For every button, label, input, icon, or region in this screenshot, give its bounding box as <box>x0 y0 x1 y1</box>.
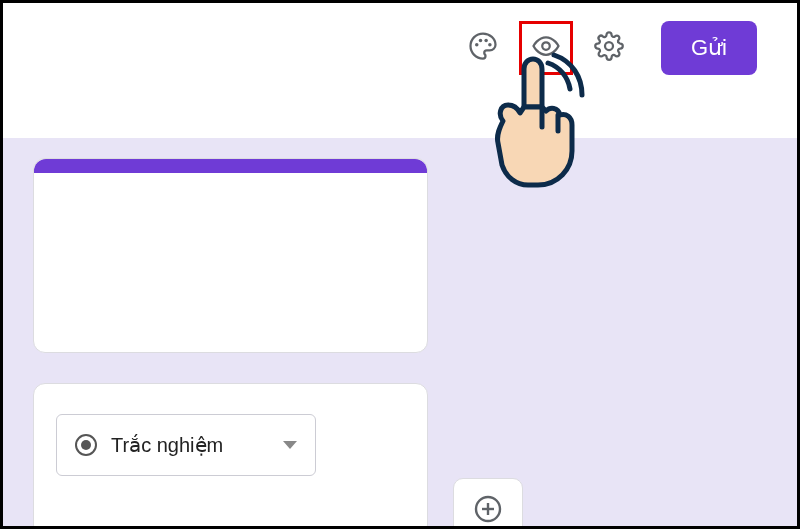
svg-point-2 <box>484 39 488 43</box>
question-type-dropdown[interactable]: Trắc nghiệm <box>56 414 316 476</box>
plus-circle-icon <box>472 493 504 529</box>
svg-point-1 <box>479 39 483 43</box>
side-toolbar <box>453 478 523 529</box>
radio-icon <box>75 434 97 456</box>
question-type-label: Trắc nghiệm <box>111 433 223 457</box>
chevron-down-icon <box>283 441 297 449</box>
title-card-accent <box>34 159 427 173</box>
settings-button[interactable] <box>585 24 633 72</box>
send-button[interactable]: Gửi <box>661 21 757 75</box>
form-title-card[interactable] <box>33 158 428 353</box>
dropdown-left: Trắc nghiệm <box>75 433 223 457</box>
send-button-label: Gửi <box>691 35 727 60</box>
tutorial-pointer-hand <box>478 51 588 195</box>
question-card[interactable]: Trắc nghiệm <box>33 383 428 529</box>
svg-point-4 <box>542 42 550 50</box>
svg-point-3 <box>488 43 492 47</box>
svg-point-0 <box>475 43 479 47</box>
svg-point-5 <box>605 42 613 50</box>
add-question-button[interactable] <box>468 491 508 529</box>
topbar: Gửi <box>3 3 797 93</box>
gear-icon <box>594 31 624 65</box>
